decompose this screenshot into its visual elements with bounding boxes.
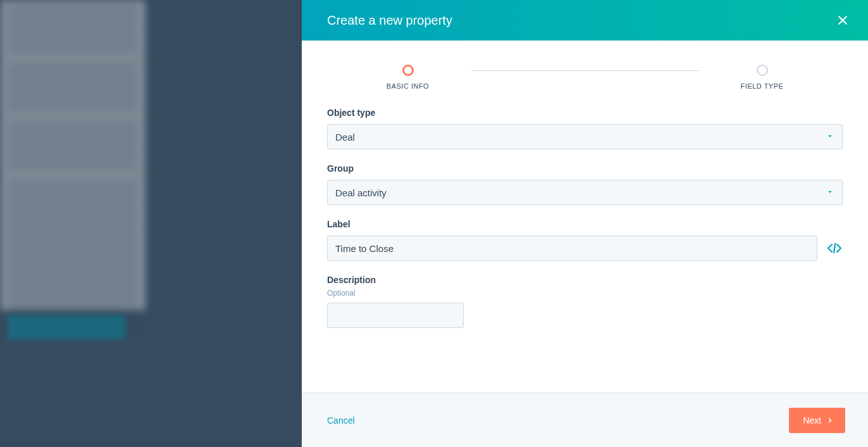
- step-circle-inactive: [757, 65, 768, 76]
- next-button[interactable]: Next: [789, 408, 845, 433]
- cancel-button[interactable]: Cancel: [327, 415, 355, 425]
- field-label-input: Label: [327, 219, 843, 261]
- step-label: BASIC INFO: [387, 82, 429, 90]
- caret-down-icon: [826, 132, 834, 142]
- select-value: Deal: [335, 132, 355, 142]
- step-basic-info[interactable]: BASIC INFO: [345, 65, 471, 90]
- field-label: Description: [327, 275, 843, 285]
- field-label: Object type: [327, 108, 843, 118]
- code-icon-button[interactable]: [826, 241, 843, 256]
- group-select[interactable]: Deal activity: [327, 180, 843, 205]
- field-group: Group Deal activity: [327, 163, 843, 205]
- panel-title: Create a new property: [327, 13, 452, 28]
- label-input[interactable]: [327, 236, 817, 261]
- step-connector: [471, 70, 699, 71]
- panel-footer: Cancel Next: [302, 393, 868, 447]
- step-field-type[interactable]: FIELD TYPE: [699, 65, 826, 90]
- close-button[interactable]: [833, 10, 853, 30]
- field-label: Group: [327, 163, 843, 173]
- caret-down-icon: [826, 187, 834, 198]
- field-label: Label: [327, 219, 843, 229]
- next-button-label: Next: [803, 415, 821, 425]
- svg-line-2: [834, 244, 835, 253]
- step-circle-active: [402, 65, 414, 76]
- field-sublabel: Optional: [327, 289, 843, 298]
- panel-body: BASIC INFO FIELD TYPE Object type Deal G…: [302, 41, 868, 393]
- stepper: BASIC INFO FIELD TYPE: [327, 65, 843, 90]
- chevron-right-icon: [826, 417, 834, 424]
- object-type-select[interactable]: Deal: [327, 124, 843, 149]
- description-input[interactable]: [327, 303, 464, 328]
- step-label: FIELD TYPE: [741, 82, 784, 90]
- close-icon: [836, 14, 849, 27]
- create-property-panel: Create a new property BASIC INFO FIELD T…: [302, 0, 868, 447]
- field-description: Description Optional: [327, 275, 843, 328]
- panel-header: Create a new property: [302, 0, 868, 41]
- select-value: Deal activity: [335, 187, 387, 198]
- code-icon: [827, 241, 842, 256]
- field-object-type: Object type Deal: [327, 108, 843, 149]
